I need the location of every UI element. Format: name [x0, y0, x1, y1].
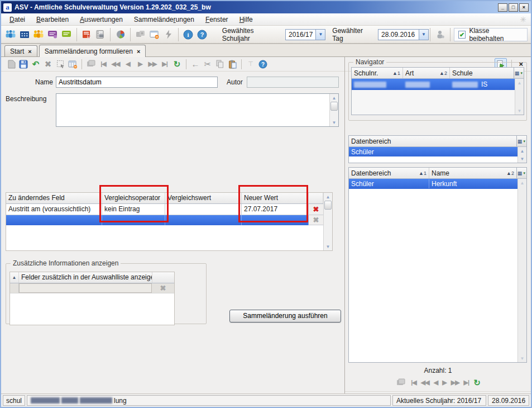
fast-back-icon: ◀◀	[421, 379, 429, 386]
tab-sammelaenderung-formulieren[interactable]: Sammeländerung formulieren ×	[39, 45, 146, 57]
column-header-vergleichsoperator[interactable]: Vergleichsoperator	[102, 193, 165, 203]
zusatz-empty-row[interactable]: ✖	[10, 283, 174, 293]
execute-sammelaenderung-button[interactable]: Sammeländerung ausführen	[229, 310, 341, 322]
tag-combobox[interactable]: 28.09.2016 ▼	[378, 29, 429, 40]
students-icon[interactable]	[4, 28, 17, 41]
form-toolbar: ↶ ✖ |◀ ◀◀ ◀ ▶ ▶▶ ▶| ↻ ←	[1, 57, 344, 72]
first-record-icon: |◀	[98, 59, 109, 70]
column-header-datenbereich[interactable]: Datenbereich	[349, 136, 516, 146]
column-header-datenbereich[interactable]: Datenbereich ▲1	[349, 168, 429, 178]
schuljahr-combobox[interactable]: 2016/17 ▼	[285, 29, 325, 40]
items-scrollbar[interactable]: ▲ ▼	[517, 179, 526, 362]
delete-row-icon[interactable]: ✖	[313, 205, 319, 214]
column-picker-icon[interactable]: ▦▼	[516, 168, 526, 178]
maximize-button[interactable]: □	[509, 3, 518, 12]
next-record-icon: ▶	[442, 379, 446, 386]
menu-hilfe[interactable]: Hilfe	[234, 15, 258, 25]
sort-1-icon: ▲1	[417, 170, 426, 176]
column-header-vergleichswert[interactable]: Vergleichswert	[165, 193, 242, 203]
navigator-group: Navigator Schulnr. ▲1 Art ▲2 Schule	[348, 58, 527, 121]
tab-start[interactable]: Start ×	[4, 45, 37, 56]
klasse-checkbox[interactable]: ✔	[458, 31, 466, 39]
modules-puzzle-icon	[134, 28, 147, 41]
klasse-beibehalten-panel: ✔ Klasse beibehalten	[454, 28, 528, 41]
register-book-icon[interactable]	[80, 28, 93, 41]
schools-scrollbar[interactable]: ▲ ▼	[515, 79, 524, 115]
column-header-neuer-wert[interactable]: Neuer Wert	[242, 193, 309, 203]
classes-green-icon[interactable]	[60, 28, 73, 41]
item-row-selected[interactable]: Schüler Herkunft	[349, 179, 517, 189]
undo-icon[interactable]: ↶	[30, 59, 41, 70]
app-logo-icon: a	[3, 3, 12, 12]
status-bar: schul lung Aktuelles Schuljahr: 2016/17 …	[1, 393, 531, 407]
discard-icon: ✖	[42, 59, 54, 70]
close-tab-icon[interactable]: ×	[137, 48, 140, 55]
wert-cell[interactable]	[165, 204, 242, 215]
menu-fenster[interactable]: Fenster	[200, 15, 233, 25]
scroll-up-icon[interactable]: ▲	[518, 147, 526, 155]
print-book-icon[interactable]	[94, 28, 107, 41]
chevron-down-icon[interactable]: ▼	[419, 30, 428, 40]
menu-datei[interactable]: Datei	[4, 15, 30, 25]
scroll-up-icon[interactable]: ▲	[330, 94, 338, 102]
feld-cell[interactable]: Austritt am (voraussichtlich)	[6, 204, 102, 215]
close-button[interactable]: ×	[519, 3, 529, 12]
scroll-down-icon[interactable]: ▼	[518, 155, 526, 163]
name-label: Name	[1, 78, 53, 86]
column-picker-icon[interactable]: ▦▼	[516, 136, 526, 146]
school-building-icon[interactable]	[18, 28, 31, 41]
scroll-down-icon[interactable]: ▼	[330, 118, 338, 126]
beschreibung-scrollbar[interactable]: ▲ ▼	[329, 94, 338, 126]
minimize-button[interactable]: _	[498, 3, 507, 12]
reports-pie-icon[interactable]	[114, 28, 127, 41]
window-remove-icon[interactable]	[148, 28, 161, 41]
column-header-schule[interactable]: Schule	[450, 68, 514, 78]
sort-1-icon: ▲1	[391, 70, 400, 76]
first-record-icon: |◀	[411, 379, 416, 386]
datenbereich-scrollbar[interactable]: ▲ ▼	[517, 147, 526, 163]
menu-sammelaenderungen[interactable]: Sammeländerungen	[129, 15, 199, 25]
chevron-down-icon[interactable]: ▼	[315, 30, 325, 40]
beschreibung-textarea[interactable]	[56, 94, 329, 126]
last-record-icon: ▶|	[464, 379, 469, 386]
operator-cell[interactable]: kein Eintrag	[102, 204, 165, 215]
sort-asc-icon[interactable]: ▲	[10, 272, 19, 283]
close-tab-icon[interactable]: ×	[28, 48, 31, 55]
column-header-schulnr[interactable]: Schulnr. ▲1	[352, 68, 403, 78]
neuer-wert-cell[interactable]: 27.07.2017	[242, 204, 309, 215]
help-icon[interactable]: ?	[196, 28, 209, 41]
table-edit-icon[interactable]	[67, 59, 78, 70]
main-toolbar: i ? Gewähltes Schuljahr 2016/17 ▼ Gewähl…	[1, 26, 531, 44]
save-icon[interactable]	[18, 59, 29, 70]
column-picker-icon[interactable]: ▦▼	[514, 68, 524, 78]
classes-purple-icon[interactable]	[46, 28, 59, 41]
window-title: ASV - Amtliche Schulverwaltung Version 1…	[15, 3, 495, 11]
school-row-selected[interactable]: IS	[352, 79, 515, 90]
fast-forward-icon: ▶▶	[451, 379, 459, 386]
scroll-down-icon: ▼	[515, 107, 524, 115]
name-input[interactable]	[56, 77, 218, 88]
menu-bearbeiten[interactable]: Bearbeiten	[31, 15, 74, 25]
current-schuljahr-cell: Aktuelles Schuljahr: 2016/17	[392, 395, 486, 406]
zusatz-column-header[interactable]: Felder zusätzlich in der Auswahlliste an…	[19, 272, 152, 283]
column-header-feld[interactable]: Zu änderndes Feld	[6, 193, 102, 203]
pin-icon: ⊤	[245, 59, 256, 70]
column-header-name[interactable]: Name ▲2	[429, 168, 516, 178]
help-icon[interactable]: ?	[257, 59, 269, 70]
condition-row-empty-selected[interactable]: ✖	[6, 215, 323, 225]
conditions-scrollbar[interactable]: ▲ ▼	[323, 193, 332, 250]
school-name-cell: lung	[27, 395, 391, 406]
column-header-art[interactable]: Art ▲2	[403, 68, 450, 78]
refresh-icon[interactable]: ↻	[171, 59, 183, 70]
schools-table: Schulnr. ▲1 Art ▲2 Schule ▦▼	[351, 67, 524, 115]
teachers-icon[interactable]	[32, 28, 45, 41]
refresh-icon[interactable]: ↻	[473, 378, 481, 387]
datenbereich-row-selected[interactable]: Schüler	[349, 147, 517, 156]
info-icon[interactable]: i	[182, 28, 195, 41]
form-pane: ↶ ✖ |◀ ◀◀ ◀ ▶ ▶▶ ▶| ↻ ←	[1, 57, 345, 393]
scroll-up-icon[interactable]: ▲	[324, 193, 332, 201]
paste-icon[interactable]	[227, 59, 238, 70]
menu-auswertungen[interactable]: Auswertungen	[75, 15, 128, 25]
scroll-down-icon[interactable]: ▼	[324, 243, 332, 250]
app-window: a ASV - Amtliche Schulverwaltung Version…	[0, 0, 532, 408]
